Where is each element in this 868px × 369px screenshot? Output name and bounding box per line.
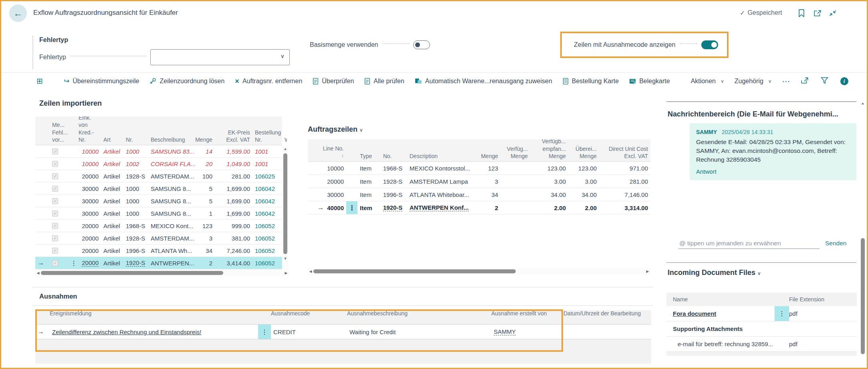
table-row[interactable]: 10000 Item 1968-S MEXICO Kontorsstol... … [308,162,650,175]
more-options-button[interactable]: ⋯ [782,76,790,86]
chevron-down-icon[interactable]: ∨ [757,271,761,276]
chevron-down-icon[interactable]: ∨ [359,127,363,133]
table-row[interactable]: ✓ 20000 Artikel 1996-S ATLANTA Wh... 34 … [35,245,282,257]
scroll-up-icon[interactable]: ▲ [861,100,865,106]
auto-assign-receipt-button[interactable]: Automatisch Warene...renausgang zuweisen [415,78,552,85]
col-header-nr[interactable]: Nr. [123,116,148,145]
row-menu-icon[interactable]: ⋮ [71,259,76,267]
document-card-button[interactable]: Belegkarte [629,78,670,85]
row-menu-icon[interactable]: ⋮ [258,325,271,339]
scroll-left-icon[interactable]: ◀ [35,271,41,275]
scroll-right-icon[interactable]: ▶ [645,269,650,273]
col-header-description[interactable]: Description [407,139,477,161]
col-header-bestellung[interactable]: Bestellung Nr. [252,116,282,145]
import-lines-horizontal-scrollbar[interactable]: ◀ ▶ [35,269,289,276]
col-header-ausnahmebeschreibung[interactable]: Ausnahmebeschreibung [347,310,491,324]
row-menu-icon[interactable]: ⋮ [775,306,789,321]
purchase-order-card-button[interactable]: Bestellung Karte [563,78,619,85]
order-link[interactable]: 106042 [252,182,282,195]
table-row-selected[interactable]: → ✓ ⋮ 20000 Artikel 1920-S ANTWERPEN... … [35,257,282,269]
back-button[interactable]: ← [9,4,27,22]
verify-all-button[interactable]: Alle prüfen [364,78,404,85]
basismenge-toggle[interactable] [413,40,430,49]
mention-input[interactable] [678,238,820,249]
match-line-button[interactable]: ↪ Übereinstimmungszeile [64,78,139,85]
table-row[interactable]: ✓ 30000 Artikel 1000 SAMSUNG 8... 5 1,69… [35,195,282,207]
order-link[interactable]: 1001 [252,158,282,170]
scroll-right-icon[interactable]: ▶ [283,271,289,275]
order-link[interactable]: 106052 [252,232,282,244]
col-header-uebereinstimmende-menge[interactable]: Überei... Menge [568,139,599,161]
scroll-down-icon[interactable]: ▼ [284,256,287,261]
collapse-icon[interactable] [828,9,837,18]
scrollbar-thumb[interactable] [41,271,223,275]
scrollbar-thumb[interactable] [861,238,865,354]
order-link[interactable]: 106052 [252,257,282,269]
col-header-art[interactable]: Art [101,116,123,145]
col-header-ausnahmecode[interactable]: Ausnahmecode [271,310,347,324]
table-row[interactable]: ✓ 20000 Artikel 1928-S AMSTERDAM... 3 38… [35,232,282,245]
order-link[interactable]: 1001 [252,145,282,157]
col-header-verfuegbare-menge[interactable]: Verfüg... Menge [501,139,530,161]
import-lines-vertical-scrollbar[interactable]: ▲ ▼ [282,146,289,269]
col-header-line-no[interactable]: Line No. ↑ [308,139,346,161]
table-row[interactable]: Supporting Attachments [666,321,857,337]
table-row[interactable]: 30000 Item 1996-S ATLANTA Whiteboar... 3… [308,188,650,201]
grid-view-icon[interactable]: ⊞ [36,77,43,85]
info-icon[interactable]: i [840,77,848,85]
table-row-selected[interactable]: Fora document ⋮ pdf [666,306,857,321]
remove-order-no-button[interactable]: × Auftragsnr. entfernen [235,78,302,85]
bookmark-icon[interactable] [797,9,806,18]
table-row[interactable]: e-mail für betreff: rechnung 32859... pd… [666,337,857,352]
related-menu[interactable]: Zugehörig∨ [735,78,772,85]
order-lines-horizontal-scrollbar[interactable]: ◀ ▶ [308,268,650,275]
event-message-link[interactable]: Zeilendifferenz zwischen Rechnung und Ei… [52,329,201,335]
scrollbar-thumb[interactable] [313,269,516,273]
table-row-selected[interactable]: →40000 ⋮ Item 1920-S ANTWERPEN Konf... 2… [308,201,650,215]
ausnahmecode-toggle[interactable] [701,40,718,49]
row-menu-icon[interactable]: ⋮ [346,201,357,214]
scroll-up-icon[interactable]: ▲ [284,146,287,152]
col-header-no[interactable]: No. [381,139,407,161]
col-header-file-extension[interactable]: File Extension [789,293,857,306]
table-row-selected[interactable]: → Zeilendifferenz zwischen Rechnung und … [35,324,651,339]
table-row[interactable]: ✓ 20000 Artikel 1928-S AMSTERDAM... 100 … [35,170,282,182]
table-row[interactable]: ✓ 10000 Artikel 1000 SAMSUNG 83... 14 1,… [35,145,282,158]
table-row[interactable]: ✓ 30000 Artikel 1000 SAMSUNG 8... 1 1,69… [35,207,282,220]
file-link[interactable]: Fora document [673,310,716,317]
col-header-empfangene-menge[interactable]: Verfügb... empfan... Menge [530,139,568,161]
order-link[interactable]: 106052 [252,245,282,257]
col-header-fehler[interactable]: Me... Fehl... vor... [50,116,68,145]
col-header-type[interactable]: Type [357,139,381,161]
verify-button[interactable]: Überprüfen [313,78,354,85]
open-in-new-window-icon[interactable] [813,9,822,18]
scrollbar-thumb[interactable] [283,153,287,254]
order-link[interactable]: 106025 [252,170,282,182]
col-header-beschreibung[interactable]: Beschreibung [148,116,196,145]
col-header-datum-uhrzeit[interactable]: Datum/Uhrzeit der Bearbeitung [563,310,651,324]
table-row[interactable]: ✓ 30000 Artikel 1000 SAMSUNG 8... 5 1,69… [35,182,282,195]
send-button[interactable]: Senden [825,240,846,247]
actions-menu[interactable]: Aktionen∨ [691,78,724,85]
col-header-name[interactable]: Name [666,293,775,306]
share-icon[interactable] [801,77,809,86]
order-link[interactable]: 106042 [252,195,282,207]
col-header-direct-unit-cost[interactable]: Direct Unit Cost Excl. VAT [599,139,650,161]
col-header-menge[interactable]: Menge [196,116,215,145]
col-header-wa[interactable]: W... [282,116,287,145]
col-header-ausnahme-erstellt-von[interactable]: Ausnahme erstellt von [491,310,563,324]
table-row[interactable]: 20000 Item 1928-S AMSTERDAM Lampa 3 3.00… [308,175,650,188]
order-link[interactable]: 106042 [252,207,282,219]
order-link[interactable]: 106052 [252,220,282,232]
col-header-kreditor[interactable]: Eink. von Kred.- Nr. [76,116,101,145]
scroll-left-icon[interactable]: ◀ [308,269,313,273]
unlink-line-button[interactable]: Zeilenzuordnung lösen [149,78,224,85]
reply-link[interactable]: Antwort [696,168,717,175]
fehlertyp-select[interactable]: ∨ [150,49,290,65]
page-vertical-scrollbar[interactable]: ▲ [860,100,866,365]
table-row[interactable]: ✓ 20000 Artikel 1968-S MEXICO Kont... 12… [35,220,282,232]
table-row[interactable]: ✓ 10000 Artikel 1002 CORSAIR FLA... 20 1… [35,158,282,170]
col-header-ek-preis[interactable]: EK-Preis Excl. VAT [215,116,252,145]
col-header-ereignismeldung[interactable]: Ereignismeldung [50,310,258,324]
col-header-menge[interactable]: Menge [477,139,501,161]
